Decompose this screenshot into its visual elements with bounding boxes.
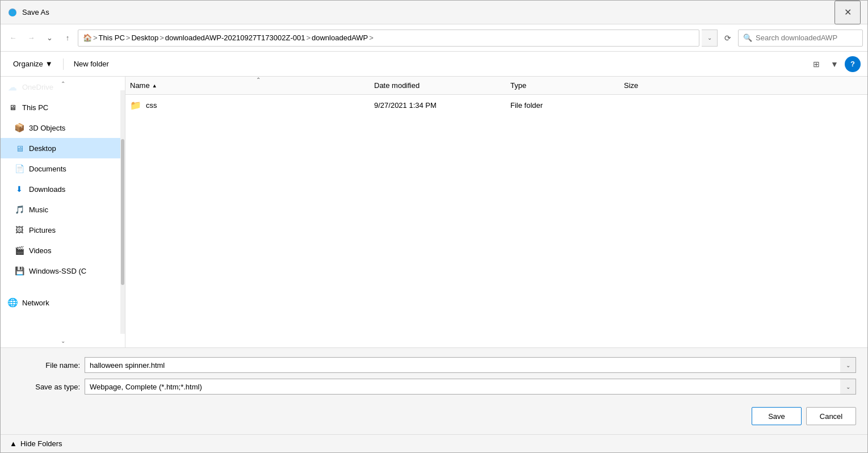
file-name-dropdown-arrow[interactable]: ⌄ [840,357,856,373]
main-content: ⌃ ☁ OneDrive 🖥 This PC 📦 3D Objects 🖥 De… [1,77,867,347]
save-as-type-dropdown-arrow[interactable]: ⌄ [840,379,856,395]
help-button[interactable]: ? [845,56,861,72]
breadcrumb-thispc: 🏠 [83,33,92,42]
breadcrumb-downloaded-awp: downloadedAWP [312,33,368,42]
col-type-label: Type [510,81,526,90]
col-name-label: Name [130,81,150,90]
save-as-type-row: Save as type: ⌄ [12,379,856,395]
sidebar-item-windowsssd[interactable]: 💾 Windows-SSD (C [1,261,125,281]
sidebar-item-pictures-label: Pictures [29,226,56,234]
sidebar-scroll-down[interactable]: ⌄ [1,334,125,347]
save-as-type-input-wrapper: ⌄ [85,379,856,395]
toolbar-separator [63,58,64,70]
view-dropdown-button[interactable]: ▼ [827,56,842,72]
up-button[interactable]: ↑ [60,30,76,46]
back-button[interactable]: ← [5,30,21,46]
dialog-icon: 🌐 [7,7,18,18]
svg-text:🌐: 🌐 [9,9,16,16]
sidebar-item-music-label: Music [29,205,48,214]
sort-asc-icon: ▲ [152,83,157,89]
file-name-input[interactable] [85,357,856,373]
sidebar-item-pictures[interactable]: 🖼 Pictures [1,220,125,240]
sidebar-item-downloads[interactable]: ⬇ Downloads [1,179,125,199]
sidebar-item-thispc-label: This PC [22,103,48,112]
search-box: 🔍 [738,30,863,47]
title-bar: 🌐 Save As ✕ [1,1,867,24]
file-date: 9/27/2021 1:34 PM [374,101,437,110]
file-type-cell: File folder [506,101,619,110]
column-header: ⌃ Name ▲ Date modified Type Size [125,77,867,95]
new-folder-label: New folder [74,60,109,68]
table-row[interactable]: 📁 css 9/27/2021 1:34 PM File folder [125,95,867,115]
sidebar-item-desktop[interactable]: 🖥 Desktop [1,138,125,158]
sidebar: ⌃ ☁ OneDrive 🖥 This PC 📦 3D Objects 🖥 De… [1,77,125,347]
sidebar-item-3dobjects-label: 3D Objects [29,124,65,132]
address-bar: ← → ⌄ ↑ 🏠 > This PC > Desktop > download… [1,24,867,52]
button-row: Save Cancel [12,400,856,425]
pictures-icon: 🖼 [14,225,24,235]
address-path[interactable]: 🏠 > This PC > Desktop > downloadedAWP-20… [78,30,699,47]
col-header-type[interactable]: Type [506,77,619,94]
sidebar-item-music[interactable]: 🎵 Music [1,199,125,220]
search-input[interactable] [756,33,858,42]
sidebar-item-videos-label: Videos [29,246,52,255]
new-folder-button[interactable]: New folder [68,56,115,72]
hide-folders-bar[interactable]: ▲ Hide Folders [1,434,867,452]
view-options-button[interactable]: ⊞ [808,56,824,72]
sidebar-item-thispc[interactable]: 🖥 This PC [1,97,125,118]
windowsssd-icon: 💾 [14,266,24,276]
col-header-size[interactable]: Size [619,77,867,94]
forward-button[interactable]: → [23,30,39,46]
dropdown-button[interactable]: ⌄ [41,30,57,46]
folder-icon: 📁 [130,100,141,111]
downloads-icon: ⬇ [14,184,24,194]
breadcrumb-thispc-label: This PC [99,33,125,42]
save-as-dialog: 🌐 Save As ✕ ← → ⌄ ↑ 🏠 > This PC > Deskto… [0,0,868,453]
breadcrumb-awp-folder: downloadedAWP-20210927T173002Z-001 [165,33,305,42]
desktop-icon: 🖥 [14,143,24,153]
sidebar-item-documents-label: Documents [29,165,66,173]
file-name-cell: 📁 css [125,100,370,111]
save-button[interactable]: Save [752,407,802,425]
music-icon: 🎵 [14,204,24,215]
hide-folders-label: Hide Folders [20,439,62,448]
refresh-button[interactable]: ⟳ [720,30,736,46]
network-icon: 🌐 [7,297,18,308]
cancel-button[interactable]: Cancel [806,407,856,425]
save-as-type-input[interactable] [85,379,856,395]
sidebar-item-downloads-label: Downloads [29,185,65,194]
documents-icon: 📄 [14,163,24,174]
col-header-name[interactable]: Name ▲ [125,77,370,94]
sidebar-item-desktop-label: Desktop [29,144,56,153]
file-name-input-wrapper: ⌄ [85,357,856,373]
sidebar-scroll-up[interactable]: ⌃ [1,77,125,90]
file-area: ⌃ Name ▲ Date modified Type Size [125,77,867,347]
hide-folders-arrow-icon: ▲ [10,439,17,448]
toolbar: Organize ▼ New folder ⊞ ▼ ? [1,52,867,77]
file-name-label: File name: [12,361,80,370]
address-dropdown-button[interactable]: ⌄ [702,30,718,47]
3dobjects-icon: 📦 [14,123,24,133]
sidebar-item-3dobjects[interactable]: 📦 3D Objects [1,118,125,138]
col-header-date[interactable]: Date modified [370,77,506,94]
sidebar-scrollbar[interactable] [120,90,125,334]
sidebar-item-videos[interactable]: 🎬 Videos [1,240,125,261]
sidebar-item-documents[interactable]: 📄 Documents [1,158,125,179]
col-size-label: Size [624,81,638,90]
sidebar-item-windowsssd-label: Windows-SSD (C [29,267,86,275]
toolbar-right: ⊞ ▼ ? [808,56,861,72]
save-as-type-label: Save as type: [12,383,80,391]
col-date-label: Date modified [374,81,420,90]
sidebar-item-network-label: Network [22,299,49,307]
file-name-row: File name: ⌄ [12,357,856,373]
sidebar-item-network[interactable]: 🌐 Network [1,292,125,313]
organize-button[interactable]: Organize ▼ [7,56,58,72]
thispc-icon: 🖥 [7,102,18,112]
organize-dropdown-icon: ▼ [45,60,53,68]
dialog-title: Save As [22,8,835,16]
close-button[interactable]: ✕ [835,1,861,24]
bottom-section: File name: ⌄ Save as type: ⌄ Save Cancel [1,347,867,434]
sidebar-scrollbar-thumb [121,139,124,285]
search-icon: 🔍 [743,33,752,42]
file-list: 📁 css 9/27/2021 1:34 PM File folder [125,95,867,347]
